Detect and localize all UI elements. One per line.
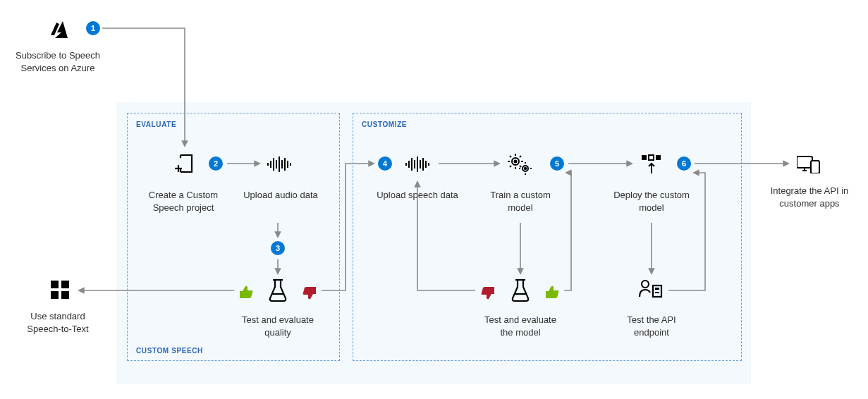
upload-audio-label: Upload audio data [238, 189, 323, 202]
svg-rect-3 [61, 291, 69, 299]
svg-point-31 [515, 161, 517, 163]
use-standard-label: Use standard Speech-to-Text [16, 310, 100, 335]
step-badge-6: 6 [677, 156, 691, 171]
step-badge-5: 5 [550, 156, 564, 171]
new-project-icon [173, 154, 195, 175]
svg-rect-34 [642, 155, 647, 160]
svg-rect-36 [656, 155, 661, 160]
windows-logo-icon [51, 281, 69, 299]
thumbs-down-model-icon [480, 286, 496, 300]
test-endpoint-label: Test the API endpoint [609, 314, 694, 338]
gears-icon [508, 154, 532, 175]
devices-icon [797, 155, 821, 173]
svg-rect-42 [655, 288, 659, 290]
svg-rect-41 [653, 286, 661, 297]
step-badge-4: 4 [378, 156, 392, 171]
create-project-label: Create a Custom Speech project [141, 189, 226, 214]
integrate-label: Integrate the API in customer apps [767, 185, 852, 209]
train-model-label: Train a custom model [478, 189, 563, 214]
audio-waveform-icon [267, 156, 292, 172]
subscribe-label: Subscribe to Speech Services on Azure [16, 49, 100, 74]
svg-rect-4 [797, 156, 812, 168]
svg-point-33 [525, 168, 526, 169]
svg-rect-1 [61, 281, 69, 288]
flask-icon [268, 278, 288, 302]
step-badge-3: 3 [271, 241, 285, 255]
thumbs-up-model-icon [544, 286, 560, 300]
step-badge-1: 1 [86, 21, 100, 35]
custom-speech-title: CUSTOM SPEECH [136, 347, 203, 355]
thumbs-down-icon [302, 286, 317, 300]
customize-title: CUSTOMIZE [362, 121, 407, 128]
svg-point-40 [642, 281, 649, 288]
deploy-model-label: Deploy the custom model [609, 189, 694, 214]
thumbs-up-icon [238, 286, 254, 300]
speech-waveform-icon [405, 156, 430, 172]
evaluate-title: EVALUATE [136, 121, 176, 128]
flask-model-icon [511, 278, 530, 302]
deploy-icon [640, 154, 663, 175]
svg-rect-35 [649, 155, 654, 160]
azure-logo-icon [51, 21, 72, 38]
svg-rect-0 [51, 281, 59, 288]
test-model-label: Test and evaluate the model [478, 314, 563, 338]
user-app-icon [639, 278, 663, 300]
svg-rect-7 [811, 161, 819, 173]
upload-speech-label: Upload speech data [375, 189, 460, 202]
test-quality-label: Test and evaluate quality [236, 314, 320, 338]
svg-rect-2 [51, 291, 59, 299]
step-badge-2: 2 [209, 156, 223, 171]
